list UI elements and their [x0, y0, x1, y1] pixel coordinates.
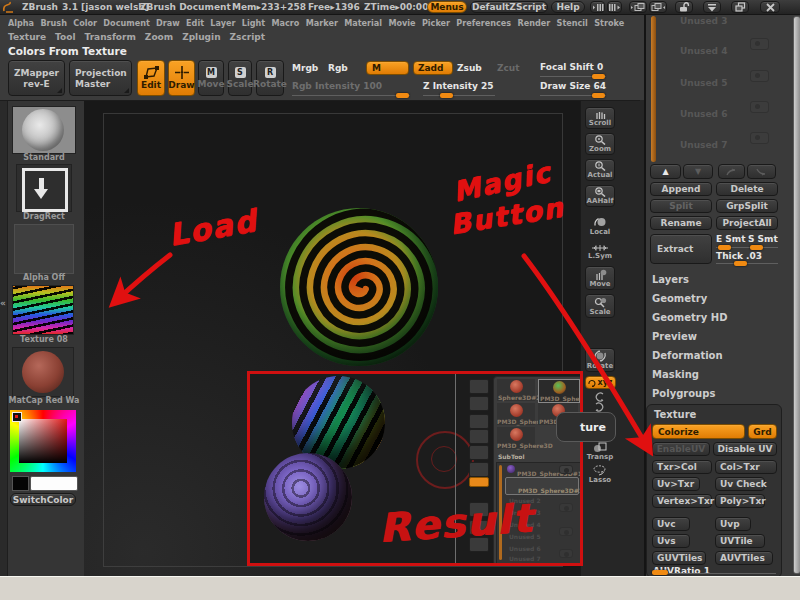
transp-button[interactable]: Transp — [585, 440, 615, 462]
nav-move-button[interactable]: Move — [585, 266, 615, 290]
section-polygroups[interactable]: Polygroups — [652, 388, 715, 399]
menu-stroke[interactable]: Stroke — [594, 18, 624, 28]
subtool-insert-button[interactable] — [747, 164, 776, 179]
thick-track[interactable] — [716, 263, 778, 264]
menu-brush[interactable]: Brush — [40, 18, 67, 28]
menu-document[interactable]: Document — [103, 18, 149, 28]
subtool-item[interactable]: Unused 6 — [680, 109, 727, 119]
lsym-button[interactable]: L.Sym — [585, 242, 615, 262]
zsub-button[interactable]: Zsub — [457, 63, 482, 73]
menu-render[interactable]: Render — [517, 18, 550, 28]
visibility-icon[interactable] — [750, 101, 769, 113]
divider-collapse-icon[interactable]: « — [0, 298, 6, 308]
menu-zoom[interactable]: Zoom — [145, 32, 173, 42]
ssmt-handle[interactable] — [750, 245, 763, 250]
draw-mode-button[interactable]: Draw — [168, 60, 195, 96]
subtool-up-button[interactable]: ▲ — [650, 164, 681, 179]
menu-light[interactable]: Light — [242, 18, 265, 28]
menus-button[interactable]: Menus — [427, 1, 467, 13]
alpha-thumbnail[interactable] — [14, 224, 74, 274]
lock-icon[interactable] — [675, 1, 693, 13]
subtool-item[interactable]: Unused 7 — [680, 140, 727, 150]
mrgb-button[interactable]: Mrgb — [292, 63, 318, 73]
edit-mode-button[interactable]: Edit — [137, 60, 165, 96]
switch-color-button[interactable]: SwitchColor — [10, 493, 76, 506]
restore-icon[interactable] — [731, 1, 749, 13]
secondary-color-swatch[interactable] — [12, 476, 29, 491]
menu-texture[interactable]: Texture — [8, 32, 46, 42]
split-button[interactable]: Split — [650, 199, 712, 213]
color-picker[interactable] — [10, 410, 76, 472]
actual-button[interactable]: Actual — [585, 159, 615, 181]
subtool-item[interactable]: Unused 3 — [680, 16, 727, 26]
menu-zscript[interactable]: Zscript — [230, 32, 266, 42]
brush-thumbnail[interactable] — [12, 106, 76, 154]
menu-draw[interactable]: Draw — [156, 18, 180, 28]
menu-stencil[interactable]: Stencil — [557, 18, 588, 28]
menu-tool[interactable]: Tool — [55, 32, 75, 42]
texture-section-header[interactable]: Texture — [654, 409, 696, 420]
m-button[interactable]: M — [366, 61, 409, 75]
z-intensity-slider-label[interactable]: Z Intensity 25 — [423, 81, 494, 91]
divider-left-icon[interactable] — [590, 1, 605, 13]
z-intensity-handle[interactable] — [440, 93, 453, 98]
menu-material[interactable]: Material — [344, 18, 382, 28]
esmt-handle[interactable] — [718, 245, 731, 250]
visibility-icon[interactable] — [750, 38, 769, 50]
focal-shift-handle[interactable] — [592, 74, 605, 79]
subtool-down-button[interactable]: ▼ — [683, 164, 713, 179]
menu-alpha[interactable]: Alpha — [8, 18, 34, 28]
guvtiles-button[interactable]: GUVTiles — [652, 551, 706, 565]
zadd-button[interactable]: Zadd — [413, 61, 453, 75]
menu-color[interactable]: Color — [73, 18, 97, 28]
subtool-item[interactable]: Unused 4 — [680, 46, 727, 56]
scale-mode-button[interactable]: SScale — [228, 60, 252, 96]
uvs-button[interactable]: Uvs — [652, 534, 690, 548]
section-deformation[interactable]: Deformation — [652, 350, 723, 361]
extract-button[interactable]: Extract — [650, 234, 712, 264]
help-button[interactable]: Help — [551, 1, 585, 13]
menu-marker[interactable]: Marker — [306, 18, 338, 28]
cascade-left-icon[interactable] — [629, 1, 647, 13]
menu-macro[interactable]: Macro — [272, 18, 300, 28]
grd-button[interactable]: Grd — [748, 424, 777, 439]
projection-master-button[interactable]: ProjectionMaster — [69, 60, 132, 96]
scroll-button[interactable]: Scroll — [585, 107, 615, 129]
rotate-ccw-icon[interactable] — [593, 392, 606, 402]
zoom-button[interactable]: Zoom — [585, 133, 615, 155]
nav-scale-button[interactable]: Scale — [585, 294, 615, 318]
draw-size-slider-label[interactable]: Draw Size 64 — [540, 81, 606, 91]
draw-size-handle[interactable] — [592, 93, 605, 98]
subtool-item[interactable]: Unused 5 — [680, 78, 727, 88]
matcap-thumbnail[interactable] — [12, 347, 74, 397]
esmt-slider-label[interactable]: E Smt — [716, 234, 745, 244]
sv-square[interactable] — [19, 419, 67, 463]
menu-movie[interactable]: Movie — [388, 18, 415, 28]
thick-slider-label[interactable]: Thick .03 — [716, 251, 762, 261]
projectall-button[interactable]: ProjectAll — [716, 216, 778, 230]
enableuv-button[interactable]: EnableUV — [652, 442, 710, 456]
texture-thumbnail[interactable] — [12, 285, 74, 335]
menu-edit[interactable]: Edit — [186, 18, 204, 28]
subtool-scrollbar[interactable] — [651, 16, 656, 162]
rgb-intensity-track[interactable] — [292, 95, 410, 96]
texture-flyout-tab[interactable]: ture — [556, 412, 616, 442]
primary-color-swatch[interactable] — [30, 476, 78, 491]
visibility-icon[interactable] — [750, 132, 769, 144]
minimize-icon[interactable] — [703, 1, 721, 13]
panel-scrollbar[interactable] — [793, 16, 800, 574]
zcut-button[interactable]: Zcut — [497, 63, 520, 73]
spiral-sphere-model[interactable] — [278, 206, 440, 368]
aahalf-button[interactable]: AAHalf — [585, 185, 615, 207]
lasso-button[interactable]: Lasso — [585, 463, 615, 485]
grpsplit-button[interactable]: GrpSplit — [716, 199, 778, 213]
close-icon[interactable] — [760, 1, 780, 13]
poly-txr-button[interactable]: Poly>Txr — [715, 494, 765, 508]
section-preview[interactable]: Preview — [652, 331, 697, 342]
rotate-cw-icon[interactable] — [593, 402, 606, 412]
auvratio-handle[interactable] — [652, 570, 668, 575]
zmapper-button[interactable]: ZMapperrev-E — [8, 60, 65, 96]
default-zscript-button[interactable]: DefaultZScript — [470, 1, 548, 13]
menu-layer[interactable]: Layer — [210, 18, 235, 28]
uv-check-button[interactable]: Uv Check — [715, 477, 765, 491]
